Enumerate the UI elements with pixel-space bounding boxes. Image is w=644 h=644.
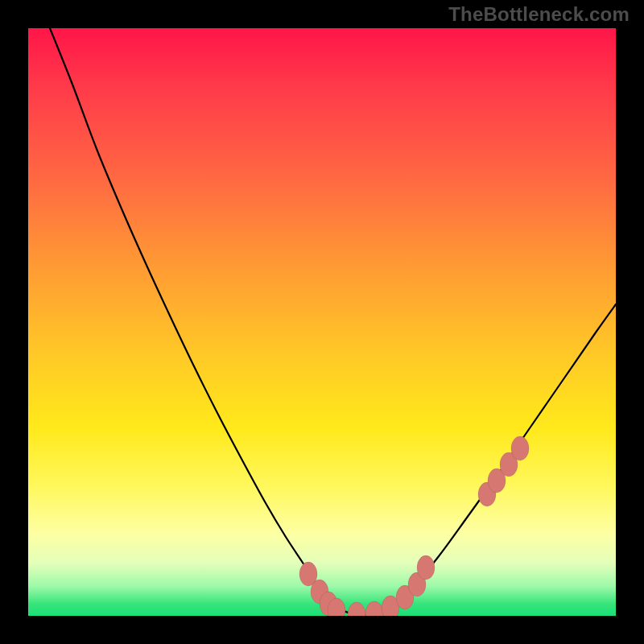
plot-area [28, 28, 616, 616]
data-point-marker [365, 601, 383, 616]
data-point-marker [320, 592, 337, 616]
data-point-marker [478, 482, 496, 506]
data-point-marker [408, 572, 426, 597]
curve-line [50, 28, 616, 615]
data-point-marker [396, 585, 414, 609]
curve-svg [28, 28, 616, 616]
watermark-label: TheBottleneck.com [448, 3, 630, 26]
chart-frame: TheBottleneck.com [0, 0, 644, 644]
data-point-marker [417, 555, 435, 580]
data-point-marker [382, 596, 399, 616]
data-point-marker [348, 602, 365, 616]
data-point-marker [511, 436, 529, 460]
data-point-marker [488, 469, 506, 493]
data-point-marker [500, 452, 518, 477]
data-point-marker [328, 598, 345, 616]
data-point-marker [299, 562, 317, 586]
markers-group [299, 436, 529, 616]
data-point-marker [311, 580, 328, 604]
